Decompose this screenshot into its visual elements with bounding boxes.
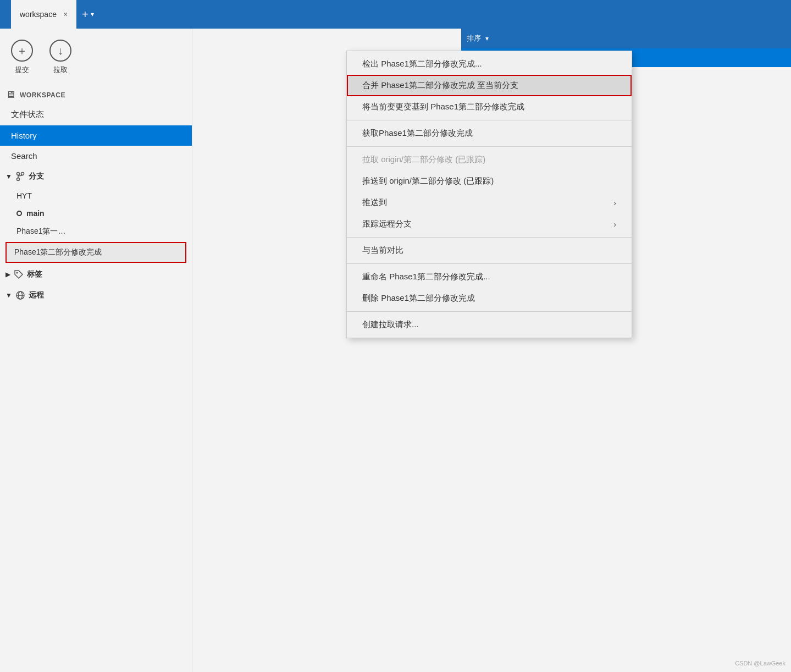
pull-button[interactable]: ↓ 拉取 <box>49 40 71 75</box>
branch-section-title: 分支 <box>29 172 44 181</box>
menu-item-merge[interactable]: 合并 Phase1第二部分修改完成 至当前分支 <box>347 75 632 96</box>
svg-point-0 <box>16 173 19 175</box>
svg-point-4 <box>16 272 18 274</box>
workspace-section: 🖥 WORKSPACE <box>0 80 192 104</box>
sidebar: ＋ 提交 ↓ 拉取 🖥 WORKSPACE 文件状态 History Searc… <box>0 29 192 672</box>
monitor-icon: 🖥 <box>5 89 15 101</box>
menu-separator <box>347 237 632 238</box>
submenu-arrow-icon: › <box>613 199 616 207</box>
sidebar-actions: ＋ 提交 ↓ 拉取 <box>0 29 192 80</box>
branch-item-phase1-second[interactable]: Phase1第二部分修改完成 <box>5 242 186 263</box>
menu-item-create-pr[interactable]: 创建拉取请求... <box>347 314 632 335</box>
menu-item-label: 创建拉取请求... <box>362 320 419 330</box>
remote-section-header[interactable]: ▼ 远程 <box>0 285 192 306</box>
menu-item-label: 将当前变更变基到 Phase1第二部分修改完成 <box>362 102 524 112</box>
submenu-arrow-icon: › <box>613 220 616 229</box>
menu-item-checkout[interactable]: 检出 Phase1第二部分修改完成... <box>347 53 632 75</box>
menu-item-label: 推送到 <box>362 197 387 208</box>
remote-chevron-icon: ▼ <box>5 291 12 299</box>
tab-chevron-icon[interactable]: ▾ <box>91 10 94 18</box>
tab-label: workspace <box>20 10 57 19</box>
right-area: 排序 ▾ 第一部分… 检出 Phase1第二部分修改完成...合并 Phase1… <box>192 29 791 672</box>
menu-item-delete[interactable]: 删除 Phase1第二部分修改完成 <box>347 288 632 309</box>
new-tab-button[interactable]: + <box>82 8 88 21</box>
svg-point-2 <box>21 173 24 175</box>
workspace-tab[interactable]: workspace × <box>11 0 76 29</box>
tags-chevron-icon: ▶ <box>5 271 10 278</box>
commit-button[interactable]: ＋ 提交 <box>11 40 33 75</box>
menu-item-label: 删除 Phase1第二部分修改完成 <box>362 293 475 304</box>
menu-item-label: 获取Phase1第二部分修改完成 <box>362 128 473 139</box>
tags-section-title: 标签 <box>27 269 42 279</box>
main-area: ＋ 提交 ↓ 拉取 🖥 WORKSPACE 文件状态 History Searc… <box>0 29 791 672</box>
context-menu: 检出 Phase1第二部分修改完成...合并 Phase1第二部分修改完成 至当… <box>346 51 632 338</box>
menu-item-rebase[interactable]: 将当前变更变基到 Phase1第二部分修改完成 <box>347 96 632 118</box>
menu-separator <box>347 146 632 147</box>
tab-close-icon[interactable]: × <box>63 10 68 19</box>
menu-item-label: 与当前对比 <box>362 245 403 256</box>
menu-item-label: 合并 Phase1第二部分修改完成 至当前分支 <box>362 80 518 91</box>
menu-item-pull-tracked: 拉取 origin/第二部分修改 (已跟踪) <box>347 149 632 170</box>
menu-item-compare[interactable]: 与当前对比 <box>347 240 632 261</box>
menu-separator <box>347 311 632 312</box>
menu-separator <box>347 263 632 264</box>
menu-item-fetch[interactable]: 获取Phase1第二部分修改完成 <box>347 123 632 144</box>
sidebar-item-file-status[interactable]: 文件状态 <box>0 104 192 125</box>
menu-separator <box>347 120 632 120</box>
right-panel-header: 排序 ▾ <box>461 29 791 48</box>
menu-item-label: 重命名 Phase1第二部分修改完成... <box>362 272 490 282</box>
menu-item-label: 检出 Phase1第二部分修改完成... <box>362 59 482 69</box>
current-branch-indicator <box>16 211 22 216</box>
branch-section-header[interactable]: ▼ 分支 <box>0 166 192 187</box>
tag-icon <box>14 269 24 279</box>
title-bar: workspace × + ▾ <box>0 0 791 29</box>
sort-label: 排序 <box>467 34 481 43</box>
menu-item-label: 拉取 origin/第二部分修改 (已跟踪) <box>362 155 485 165</box>
tags-section-header[interactable]: ▶ 标签 <box>0 264 192 285</box>
sort-chevron-icon: ▾ <box>485 35 489 42</box>
watermark: CSDN @LawGeek <box>735 660 786 667</box>
branch-icon <box>15 172 25 181</box>
menu-item-track-remote[interactable]: 跟踪远程分支› <box>347 213 632 235</box>
menu-item-rename[interactable]: 重命名 Phase1第二部分修改完成... <box>347 266 632 288</box>
menu-item-push-to[interactable]: 推送到› <box>347 192 632 213</box>
commit-label: 提交 <box>15 65 29 75</box>
sidebar-item-history[interactable]: History <box>0 125 192 146</box>
svg-point-1 <box>16 178 19 181</box>
branch-chevron-icon: ▼ <box>5 173 12 180</box>
pull-icon: ↓ <box>49 40 71 62</box>
menu-item-push-tracked[interactable]: 推送到 origin/第二部分修改 (已跟踪) <box>347 170 632 192</box>
pull-label: 拉取 <box>53 65 68 75</box>
commit-icon: ＋ <box>11 40 33 62</box>
workspace-label: WORKSPACE <box>20 91 65 99</box>
branch-item-phase1-first[interactable]: Phase1第一… <box>0 222 192 241</box>
menu-item-label: 推送到 origin/第二部分修改 (已跟踪) <box>362 176 494 186</box>
branch-item-main[interactable]: main <box>0 205 192 222</box>
sidebar-item-search[interactable]: Search <box>0 146 192 166</box>
menu-item-label: 跟踪远程分支 <box>362 219 412 229</box>
remote-section-title: 远程 <box>29 290 44 300</box>
remote-icon <box>15 290 25 300</box>
branch-item-hyt[interactable]: HYT <box>0 187 192 205</box>
